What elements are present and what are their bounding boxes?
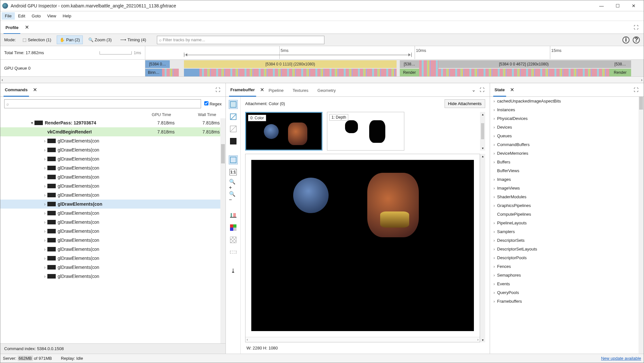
thumb-depth[interactable]: 1: Depth: [327, 112, 404, 151]
stripes-b[interactable]: [199, 69, 397, 76]
tab-framebuffer[interactable]: Framebuffer: [229, 87, 256, 97]
tool-channels-icon[interactable]: [229, 223, 238, 232]
command-row[interactable]: ›glDrawElements(con: [0, 209, 226, 218]
command-row[interactable]: ›glDrawElements(con: [0, 172, 226, 182]
thumb-color[interactable]: 0: Color: [245, 112, 322, 151]
command-row[interactable]: ›glDrawElements(con: [0, 227, 226, 236]
tab-textures[interactable]: Textures: [288, 88, 313, 96]
state-item[interactable]: ›QueryPools: [490, 288, 644, 297]
maximize-button[interactable]: ☐: [610, 0, 626, 11]
command-row[interactable]: ›glDrawElements(con: [0, 218, 226, 227]
tool-fit-icon[interactable]: [229, 155, 238, 164]
tool-zoom-out-icon[interactable]: 🔍−: [229, 192, 238, 201]
state-item[interactable]: ›ShaderModules: [490, 192, 644, 201]
menu-help[interactable]: Help: [60, 12, 75, 20]
chevron-down-icon[interactable]: ⌄: [472, 87, 476, 93]
tool-download-icon[interactable]: ⤓: [229, 266, 238, 275]
command-row[interactable]: ›glDrawElements(con: [0, 182, 226, 191]
menu-view[interactable]: View: [44, 12, 60, 20]
command-row[interactable]: vkCmdBeginRenderI7.818ms7.818ms: [0, 127, 226, 136]
tool-checker-icon[interactable]: [229, 235, 238, 244]
fb-vscroll[interactable]: ▴▾: [480, 154, 485, 342]
state-item[interactable]: ›Fences: [490, 262, 644, 271]
mode-zoom[interactable]: 🔍 Zoom (3): [85, 35, 115, 44]
tool-zoom-in-icon[interactable]: 🔍+: [229, 180, 238, 189]
command-row[interactable]: ›glDrawElements(con: [0, 136, 226, 145]
commands-expand-icon[interactable]: ⛶: [216, 87, 220, 93]
help-icon[interactable]: ?: [633, 36, 640, 44]
mode-pan[interactable]: ✋ Pan (2): [57, 35, 83, 44]
framebuffer-expand-icon[interactable]: ⛶: [480, 87, 485, 93]
state-item[interactable]: ›Samplers: [490, 227, 644, 236]
state-title[interactable]: State: [493, 87, 506, 97]
state-item[interactable]: ›DescriptorPools: [490, 253, 644, 262]
framebuffer-view[interactable]: ‹›: [245, 154, 480, 342]
state-item[interactable]: ›Queues: [490, 132, 644, 140]
update-link[interactable]: New update available: [601, 356, 641, 361]
stripes-a[interactable]: [162, 69, 179, 76]
tool-wireframe-icon[interactable]: [229, 112, 238, 121]
mode-selection[interactable]: ⬚ Selection (1): [20, 35, 54, 44]
tool-black-icon[interactable]: [229, 137, 238, 146]
regex-checkbox[interactable]: Regex: [204, 101, 222, 106]
state-item[interactable]: ›Instances: [490, 105, 644, 114]
tab-geometry[interactable]: Geometry: [313, 88, 340, 96]
expand-icon[interactable]: ⛶: [634, 25, 639, 30]
filter-tracks-input[interactable]: ⌕ Filter tracks by name...: [157, 36, 324, 44]
fb-hscroll[interactable]: ‹›: [245, 337, 480, 342]
state-item[interactable]: ›CommandBuffers: [490, 140, 644, 149]
info-icon[interactable]: i: [622, 36, 630, 44]
seg-4672[interactable]: [5384 0 0 4672] (2280x1080): [438, 60, 609, 68]
state-item[interactable]: ComputePipelines: [490, 210, 644, 219]
command-row[interactable]: ›glDrawElements(con: [0, 272, 226, 281]
command-row[interactable]: ›glDrawElements(con: [0, 191, 226, 200]
state-item[interactable]: ›DescriptorSets: [490, 236, 644, 245]
state-item[interactable]: ›Events: [490, 280, 644, 288]
seg-binning[interactable]: Binn…: [145, 69, 162, 76]
tool-1to1-icon[interactable]: 1:1: [229, 168, 238, 177]
state-item[interactable]: ›Images: [490, 175, 644, 184]
minimize-button[interactable]: ―: [593, 0, 610, 11]
commands-title[interactable]: Commands: [4, 87, 29, 97]
selection-span[interactable]: 7.818ms: [184, 53, 412, 57]
tab-pipeline[interactable]: Pipeline: [264, 88, 288, 96]
state-item[interactable]: ›DescriptorSetLayouts: [490, 245, 644, 253]
mode-timing[interactable]: ⟶ Timing (4): [117, 35, 149, 44]
tool-image-icon[interactable]: [229, 100, 238, 109]
menu-goto[interactable]: Goto: [28, 12, 44, 20]
stripes-gap[interactable]: [419, 60, 438, 76]
tab-profile-close-icon[interactable]: ✕: [25, 24, 29, 30]
timeline-hscroll[interactable]: ‹›: [0, 76, 644, 83]
command-row[interactable]: ›glDrawElements(con: [0, 154, 226, 163]
close-button[interactable]: ✕: [626, 0, 642, 11]
menu-file[interactable]: File: [2, 12, 15, 20]
command-row[interactable]: ›glDrawElements(con: [0, 236, 226, 245]
command-row[interactable]: ›glDrawElements(con: [0, 245, 226, 254]
tool-flip-icon[interactable]: [229, 248, 238, 257]
state-item[interactable]: ›Semaphores: [490, 271, 644, 280]
state-item[interactable]: ›PhysicalDevices: [490, 114, 644, 123]
seg-538a[interactable]: [538…: [400, 60, 419, 68]
tab-profile[interactable]: Profile: [4, 25, 20, 34]
command-row[interactable]: ›glDrawElements(con: [0, 145, 226, 154]
framebuffer-close-icon[interactable]: ✕: [260, 87, 264, 93]
state-item[interactable]: ›PipelineLayouts: [490, 219, 644, 227]
seg-render-b[interactable]: Render: [609, 69, 631, 76]
state-item[interactable]: ›Buffers: [490, 158, 644, 166]
state-item[interactable]: BufferViews: [490, 166, 644, 175]
thumbs-scrollbar[interactable]: ▴▾: [480, 112, 485, 151]
commands-search-input[interactable]: ⌕: [4, 99, 201, 108]
state-item[interactable]: ›cachedUnpackedImageAspectBits: [490, 97, 644, 105]
seg-5384[interactable]: [5384 0…: [145, 60, 170, 68]
seg-538b[interactable]: [538…: [609, 60, 631, 68]
state-expand-icon[interactable]: ⛶: [634, 87, 639, 93]
command-row[interactable]: ›glDrawElements(con: [0, 263, 226, 272]
command-row[interactable]: ›glDrawElements(con: [0, 163, 226, 172]
state-item[interactable]: ›Framebuffers: [490, 297, 644, 306]
state-item[interactable]: ›DeviceMemories: [490, 149, 644, 158]
command-row[interactable]: ▾RenderPass: 1297036747.818ms7.818ms: [0, 118, 226, 127]
seg-blue-b[interactable]: [184, 69, 199, 76]
tool-overlay-icon[interactable]: [229, 124, 238, 133]
state-item[interactable]: ›Devices: [490, 123, 644, 132]
stripes-d[interactable]: [438, 69, 609, 76]
